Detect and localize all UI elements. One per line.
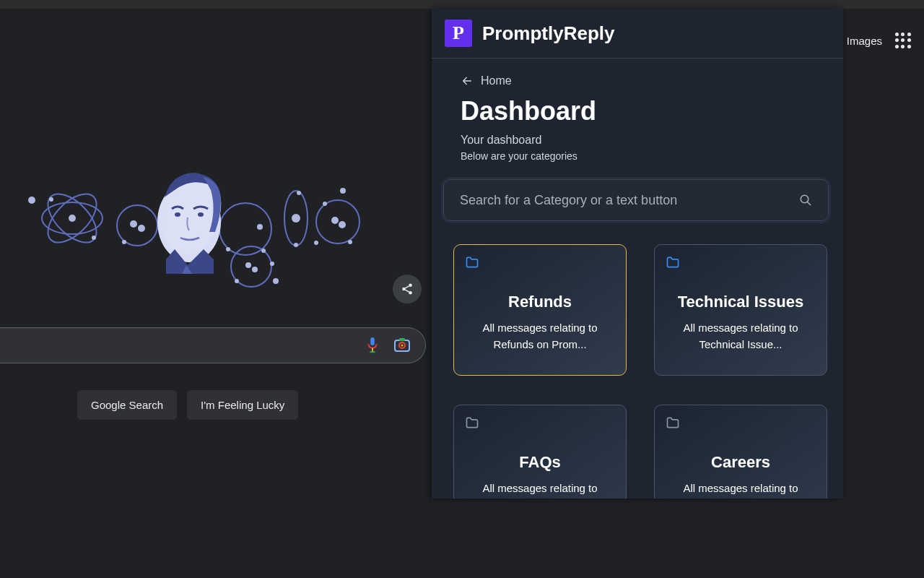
page-subcaption: Below are your categories [461,150,823,162]
share-doodle-button[interactable] [393,275,422,303]
breadcrumb-home[interactable]: Home [461,74,823,87]
category-card[interactable]: RefundsAll messages relating to Refunds … [453,244,627,376]
svg-point-27 [252,267,258,272]
google-apps-icon[interactable] [895,33,911,48]
google-buttons-row: Google Search I'm Feeling Lucky [77,390,298,420]
voice-search-icon[interactable] [365,336,380,355]
svg-point-28 [235,279,239,283]
share-icon [401,282,414,296]
svg-point-22 [348,240,352,244]
category-card-title: Technical Issues [666,293,815,311]
svg-point-5 [49,197,53,202]
category-card[interactable]: FAQsAll messages relating to Frequently … [453,405,627,499]
category-card-desc: All messages relating to Refunds on Prom… [466,320,614,353]
svg-point-3 [69,215,76,222]
category-card-desc: All messages relating to Careers on Prom… [666,480,815,499]
svg-rect-40 [370,337,375,345]
svg-point-15 [292,214,300,223]
svg-point-45 [401,345,404,347]
svg-point-20 [339,221,346,228]
svg-line-39 [405,290,409,292]
svg-point-37 [409,291,412,295]
browser-tab-strip [0,0,924,9]
category-card-title: Careers [666,453,815,472]
category-cards-grid: RefundsAll messages relating to Refunds … [453,244,823,499]
svg-point-13 [226,247,230,251]
folder-icon [665,415,681,430]
image-search-icon[interactable] [393,337,411,354]
category-card-title: Refunds [466,293,614,311]
svg-point-16 [294,243,298,247]
feeling-lucky-button[interactable]: I'm Feeling Lucky [187,390,298,420]
category-search-input[interactable] [460,193,799,208]
google-doodle[interactable] [22,164,390,294]
svg-point-35 [409,284,412,288]
svg-point-10 [122,240,126,244]
svg-point-17 [297,191,301,195]
folder-icon [464,415,480,430]
google-search-button[interactable]: Google Search [77,390,177,420]
svg-point-6 [92,236,96,240]
breadcrumb-label: Home [481,74,512,87]
svg-point-9 [138,225,145,232]
images-link[interactable]: Images [847,35,882,47]
search-icon [799,194,812,207]
svg-point-4 [28,197,35,204]
svg-point-21 [323,202,327,206]
page-subtitle: Your dashboard [461,134,823,147]
folder-icon [665,255,681,269]
folder-icon [464,255,480,269]
page-title: Dashboard [461,96,823,126]
category-card-desc: All messages relating to Technical Issue… [666,320,815,353]
svg-point-29 [261,249,266,253]
svg-point-33 [175,212,180,217]
category-card[interactable]: CareersAll messages relating to Careers … [654,405,827,499]
panel-header: P PromptlyReply [432,9,843,59]
top-right-nav: Images [847,33,911,48]
svg-point-34 [198,212,204,217]
svg-point-12 [257,224,263,230]
svg-point-23 [340,188,346,194]
svg-point-24 [314,241,318,245]
svg-line-38 [405,286,409,288]
svg-point-36 [402,288,406,291]
category-card[interactable]: Technical IssuesAll messages relating to… [654,244,827,376]
svg-point-31 [273,278,279,284]
arrow-left-icon [461,75,474,87]
svg-point-8 [130,220,137,228]
svg-line-48 [807,202,811,205]
category-search-box[interactable] [443,179,829,221]
svg-point-30 [270,262,274,266]
svg-point-26 [245,262,251,268]
panel-logo: P [445,20,472,47]
svg-rect-46 [399,338,405,341]
panel-app-name: PromptlyReply [482,22,615,45]
svg-point-19 [331,217,339,224]
promptlyreply-panel: P PromptlyReply Home Dashboard Your dash… [432,9,843,499]
google-search-bar[interactable] [0,327,426,363]
svg-point-7 [117,205,157,246]
category-card-title: FAQs [466,453,614,472]
category-card-desc: All messages relating to Frequently Aske… [466,480,614,499]
